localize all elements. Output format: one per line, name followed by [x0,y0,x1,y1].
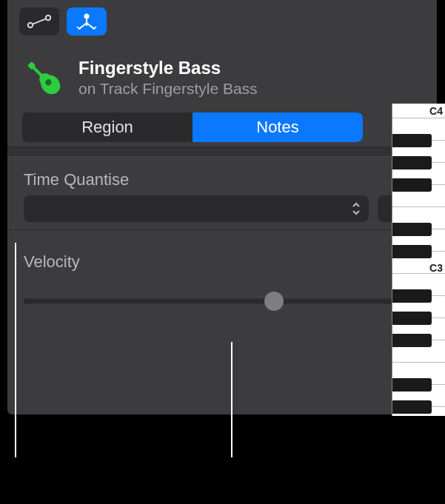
instrument-header: Fingerstyle Bass on Track Fingerstyle Ba… [7,43,437,108]
flex-tool-button[interactable] [67,7,107,36]
black-key[interactable] [392,156,432,169]
automation-tool-button[interactable] [19,7,59,36]
quantise-row: Q [24,195,421,222]
toolbar [7,0,437,43]
instrument-subtitle: on Track Fingerstyle Bass [78,80,258,98]
instrument-icon [22,56,65,99]
velocity-section: Velocity 80 [7,229,437,320]
svg-point-0 [28,23,33,27]
svg-point-3 [84,14,90,19]
time-quantise-section: Time Quantise Q [7,157,437,229]
tab-region[interactable]: Region [22,112,193,142]
stepper-arrows-icon [351,201,361,216]
velocity-label: Velocity [24,252,80,272]
tab-notes[interactable]: Notes [193,112,363,142]
key-label-c3: C3 [429,262,443,274]
instrument-text: Fingerstyle Bass on Track Fingerstyle Ba… [78,56,258,98]
velocity-header: Velocity 80 [24,249,421,272]
time-quantise-label: Time Quantise [24,170,421,189]
black-key[interactable] [392,289,432,303]
black-key[interactable] [392,334,432,347]
black-key[interactable] [392,245,432,258]
black-key[interactable] [392,312,432,325]
flex-icon [76,13,98,30]
velocity-slider[interactable] [24,290,421,312]
piano-ruler[interactable]: C4 C3 [392,104,445,416]
automation-icon [27,14,52,29]
region-notes-segmented: Region Notes [22,112,363,142]
black-key[interactable] [392,223,432,236]
black-key[interactable] [392,400,432,414]
guitar-icon [22,56,65,99]
black-key[interactable] [392,134,432,147]
inspector-panel: Fingerstyle Bass on Track Fingerstyle Ba… [7,0,437,414]
callout-line [231,342,232,457]
black-key[interactable] [392,178,432,192]
divider [7,147,437,157]
callout-line [15,243,16,457]
svg-point-1 [46,16,50,20]
slider-thumb[interactable] [264,292,284,311]
instrument-title: Fingerstyle Bass [78,58,258,78]
slider-track [24,299,421,304]
quantise-popup[interactable] [24,195,369,222]
key-label-c4: C4 [429,105,443,117]
svg-line-2 [33,19,46,24]
black-key[interactable] [392,378,432,392]
